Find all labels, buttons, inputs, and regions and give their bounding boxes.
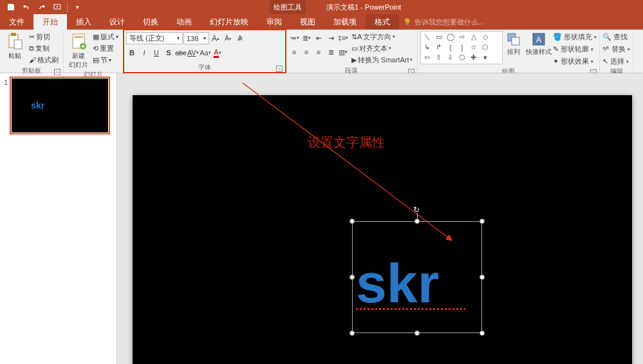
- char-spacing-icon[interactable]: AV▾: [187, 47, 199, 59]
- shape-star-icon[interactable]: ☆: [468, 42, 479, 52]
- shape-lbrace-icon[interactable]: {: [445, 42, 456, 52]
- shape-connector-icon[interactable]: ↳: [422, 42, 433, 52]
- decrease-indent-icon[interactable]: ⇤: [313, 32, 324, 44]
- shape-rect-icon[interactable]: ▭: [433, 32, 444, 42]
- shape-connector2-icon[interactable]: ↱: [433, 42, 444, 52]
- select-button[interactable]: ↖选择▾: [602, 57, 630, 66]
- layout-button[interactable]: ▦版式▾: [93, 32, 118, 42]
- increase-indent-icon[interactable]: ⇥: [325, 32, 337, 44]
- quick-styles-button[interactable]: A 快速样式: [525, 31, 553, 57]
- tab-animation[interactable]: 动画: [167, 14, 201, 30]
- reset-button[interactable]: ⟲重置: [93, 44, 118, 53]
- slide-thumbnail-1[interactable]: skr: [12, 78, 108, 132]
- shape-triangle-icon[interactable]: △: [468, 32, 479, 42]
- shape-line-icon[interactable]: ＼: [422, 32, 433, 42]
- shape-diamond-icon[interactable]: ◇: [480, 32, 490, 42]
- line-spacing-icon[interactable]: ‡≡▾: [337, 32, 349, 44]
- textbox-content[interactable]: skr: [356, 260, 439, 307]
- copy-button[interactable]: ⧉复制: [29, 44, 59, 53]
- justify-icon[interactable]: ≣: [325, 46, 337, 58]
- tab-view[interactable]: 视图: [291, 14, 324, 30]
- shape-arrow-icon[interactable]: ⇨: [456, 32, 467, 42]
- resize-handle[interactable]: [349, 331, 355, 336]
- tab-transition[interactable]: 切换: [134, 14, 167, 30]
- shape-arrow-up-icon[interactable]: ⇧: [433, 53, 444, 62]
- group-editing: 🔍查找 ᵃ⁄ᵇ替换▾ ↖选择▾ 编辑: [600, 30, 633, 73]
- resize-handle[interactable]: [415, 219, 420, 224]
- shapes-gallery[interactable]: ＼ ▭ ◯ ⇨ △ ◇ ↳ ↱ { } ☆ ⬠ ⇦ ⇧ ⇩ ⬡ ✚ ▾: [420, 31, 503, 64]
- thumbnail-text: skr: [31, 100, 44, 111]
- font-color-icon[interactable]: A▾: [212, 47, 223, 59]
- save-icon[interactable]: [4, 1, 18, 14]
- start-from-beginning-icon[interactable]: [50, 1, 64, 14]
- group-clipboard: 粘贴 ✂剪切 ⧉复制 🖌格式刷 剪贴板↘: [0, 30, 64, 73]
- shape-callout-icon[interactable]: ⬠: [480, 42, 490, 52]
- resize-handle[interactable]: [349, 219, 355, 224]
- shape-more-icon[interactable]: ▾: [480, 53, 490, 62]
- shape-oval-icon[interactable]: ◯: [445, 32, 456, 42]
- change-case-icon[interactable]: Aa▾: [200, 47, 211, 59]
- new-slide-button[interactable]: 新建 幻灯片: [66, 31, 91, 69]
- bold-icon[interactable]: B: [126, 47, 138, 59]
- redo-icon[interactable]: [35, 1, 49, 14]
- rotation-handle-icon[interactable]: [413, 205, 421, 213]
- dialog-launcher-icon[interactable]: ↘: [276, 66, 283, 72]
- resize-handle[interactable]: [480, 331, 485, 336]
- arrange-button[interactable]: 排列: [503, 31, 525, 57]
- shrink-font-icon[interactable]: A▾: [222, 33, 234, 44]
- replace-button[interactable]: ᵃ⁄ᵇ替换▾: [602, 44, 630, 54]
- tab-home[interactable]: 开始: [33, 14, 67, 30]
- underline-icon[interactable]: U: [151, 47, 162, 59]
- format-painter-button[interactable]: 🖌格式刷: [29, 55, 59, 65]
- shape-hexagon-icon[interactable]: ⬡: [456, 53, 467, 62]
- text-direction-button[interactable]: ⇅A文字方向▾: [351, 32, 413, 42]
- shadow-icon[interactable]: S: [163, 47, 174, 59]
- columns-icon[interactable]: ▥▾: [337, 46, 349, 58]
- shape-arrow-left-icon[interactable]: ⇦: [422, 53, 433, 62]
- paste-button[interactable]: 粘贴: [3, 31, 27, 60]
- shape-fill-button[interactable]: 🪣形状填充▾: [553, 32, 597, 42]
- convert-smartart-button[interactable]: ▶转换为 SmartArt▾: [351, 55, 413, 65]
- resize-handle[interactable]: [480, 219, 485, 224]
- shape-effects-button[interactable]: ✦形状效果▾: [553, 57, 597, 66]
- clear-formatting-icon[interactable]: A̷: [234, 33, 246, 44]
- scissors-icon: ✂: [29, 33, 35, 41]
- customize-qat-icon[interactable]: ▾: [70, 1, 84, 14]
- shape-outline-button[interactable]: ✎形状轮廓▾: [553, 44, 597, 54]
- slide[interactable]: 设置文字属性 skr: [133, 95, 632, 364]
- align-right-icon[interactable]: ≡: [313, 46, 324, 58]
- tab-design[interactable]: 设计: [100, 14, 134, 30]
- cut-button[interactable]: ✂剪切: [29, 32, 59, 42]
- svg-rect-3: [14, 40, 22, 49]
- shape-rbrace-icon[interactable]: }: [456, 42, 467, 52]
- shape-plus-icon[interactable]: ✚: [468, 53, 479, 62]
- align-left-icon[interactable]: ≡: [288, 46, 300, 58]
- undo-icon[interactable]: [19, 1, 33, 14]
- ribbon: 粘贴 ✂剪切 ⧉复制 🖌格式刷 剪贴板↘ 新建 幻灯片 ▦版式▾ ⟲重置 ▤节▾…: [0, 30, 643, 73]
- tab-insert[interactable]: 插入: [67, 14, 100, 30]
- align-text-button[interactable]: ▭对齐文本▾: [351, 44, 413, 53]
- tab-review[interactable]: 审阅: [257, 14, 291, 30]
- section-button[interactable]: ▤节▾: [93, 55, 118, 65]
- grow-font-icon[interactable]: A▴: [210, 33, 221, 44]
- resize-handle[interactable]: [480, 275, 485, 280]
- find-button[interactable]: 🔍查找: [602, 32, 630, 42]
- italic-icon[interactable]: I: [138, 47, 150, 59]
- resize-handle[interactable]: [415, 331, 420, 336]
- tab-addin[interactable]: 加载项: [324, 14, 366, 30]
- font-size-combo[interactable]: 138▾: [183, 32, 209, 44]
- selected-textbox[interactable]: skr: [352, 221, 482, 333]
- font-name-combo[interactable]: 等线 (正文)▾: [126, 32, 183, 44]
- tell-me-search[interactable]: 💡 告诉我您想要做什么...: [399, 14, 484, 30]
- shape-arrow-down-icon[interactable]: ⇩: [445, 53, 456, 62]
- align-center-icon[interactable]: ≡: [301, 46, 312, 58]
- dialog-launcher-icon[interactable]: ↘: [54, 69, 61, 75]
- strikethrough-icon[interactable]: abc: [175, 47, 187, 59]
- slide-canvas-area[interactable]: 设置文字属性 skr: [117, 73, 643, 364]
- resize-handle[interactable]: [349, 275, 355, 280]
- tab-slideshow[interactable]: 幻灯片放映: [201, 14, 257, 30]
- tab-file[interactable]: 文件: [0, 14, 33, 30]
- tab-format[interactable]: 格式: [366, 14, 399, 30]
- bullets-icon[interactable]: ≔▾: [288, 32, 300, 44]
- numbering-icon[interactable]: ≣▾: [301, 32, 312, 44]
